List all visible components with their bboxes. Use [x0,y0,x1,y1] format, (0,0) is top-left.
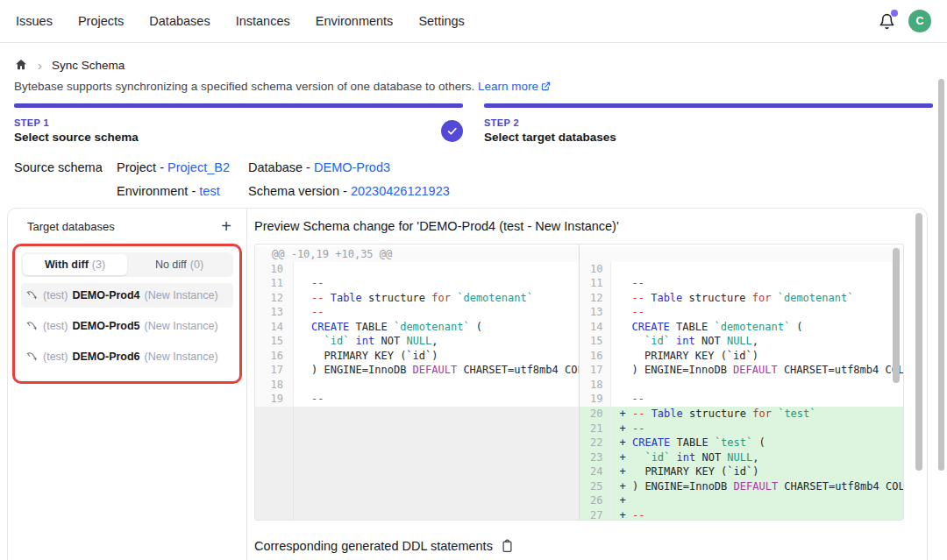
learn-more-link[interactable]: Learn more [478,80,551,93]
diff-line: 14CREATE TABLE `demotenant` ( [255,320,579,335]
diff-line: 19-- [255,392,579,407]
step-2-title: Select target databases [484,131,616,144]
diff-scrollbar-thumb[interactable] [893,248,900,383]
avatar[interactable]: C [908,10,931,32]
mysql-icon [26,351,39,363]
diff-line: 12-- Table structure for `demotenant` [255,291,579,306]
clipboard-icon [501,539,514,553]
preview-panel: Preview Schema change for 'DEMO-Prod4 (t… [247,209,927,560]
add-target-database-button[interactable]: + [221,217,231,235]
diff-line: 20+ -- Table structure for `test` [580,407,904,422]
notification-dot [891,10,898,17]
source-field-environment: Environment - test [117,184,248,198]
diff-line: 11-- [255,276,579,291]
main-card: Target databases + With diff(3) No diff(… [7,208,928,560]
step-indicator: STEP 1 Select source schema STEP 2 Selec… [14,103,933,144]
selection-highlight-box: With diff(3) No diff(0) (test)DEMO-Prod4… [12,244,242,384]
diff-line: 19-- [580,392,904,407]
home-icon[interactable] [14,58,28,72]
page-scrollbar-thumb[interactable] [938,79,944,471]
diff-empty-filler [255,407,579,520]
db-name: DEMO-Prod4 [72,289,139,301]
schema-version-link[interactable]: 20230426121923 [351,184,450,198]
diff-line: 18 [255,378,579,393]
ddl-title: Corresponding generated DDL statements [254,539,493,553]
preview-title: Preview Schema change for 'DEMO-Prod4 (t… [254,219,927,233]
diff-line: 14CREATE TABLE `demotenant` ( [580,320,904,335]
source-field-database: Database - DEMO-Prod3 [248,160,450,174]
db-environment: (test) [43,320,68,332]
db-environment: (test) [43,289,68,301]
breadcrumb: › Sync Schema [14,58,933,72]
diff-line: 26+ [580,493,904,508]
source-field-schema-version: Schema version - 20230426121923 [248,184,450,198]
nav-item-instances[interactable]: Instances [236,14,290,28]
db-environment: (test) [43,351,68,363]
project-link[interactable]: Project_B2 [167,160,230,174]
external-link-icon [541,82,551,91]
check-icon [446,125,458,137]
nav-item-databases[interactable]: Databases [149,14,210,28]
diff-hunk-header [580,247,904,262]
source-schema-summary: Source schema Project - Project_B2 Datab… [14,160,933,198]
diff-line: 27+ -- [580,508,904,520]
step-1-bar [14,103,463,108]
nav-item-projects[interactable]: Projects [78,14,124,28]
diff-line: 17) ENGINE=InnoDB DEFAULT CHARSET=utf8mb… [255,363,579,378]
diff-line: 18 [580,378,904,393]
step-1-label: STEP 1 [14,117,139,128]
tab-no-diff[interactable]: No diff(0) [127,254,231,275]
diff-line: 10 [580,262,904,277]
diff-line: 13-- [255,305,579,320]
diff-pane-modified: 1011--12-- Table structure for `demotena… [580,245,904,520]
diff-line: 15 `id` int NOT NULL, [255,334,579,349]
diff-filter-tabs: With diff(3) No diff(0) [21,252,233,277]
notifications-button[interactable] [877,11,896,31]
step-2: STEP 2 Select target databases [484,103,933,144]
database-link[interactable]: DEMO-Prod3 [314,160,390,174]
target-databases-panel: Target databases + With diff(3) No diff(… [8,209,247,560]
nav-item-settings[interactable]: Settings [418,14,464,28]
target-databases-title: Target databases [27,220,115,233]
diff-pane-original: @@ -10,19 +10,35 @@1011--12-- Table stru… [255,245,580,520]
schema-diff-editor: @@ -10,19 +10,35 @@1011--12-- Table stru… [254,244,904,521]
tab-with-diff[interactable]: With diff(3) [23,254,127,275]
intro-text: Bytebase supports synchronizing a specif… [14,80,933,93]
diff-line: 13-- [580,305,904,320]
navbar-right: C [877,10,931,32]
diff-line: 21+ -- [580,422,904,436]
chevron-right-icon: › [38,59,42,72]
nav-item-issues[interactable]: Issues [16,14,53,28]
mysql-icon [26,290,39,301]
diff-hunk-header: @@ -10,19 +10,35 @@ [255,247,579,262]
step-1-completed-badge [441,120,463,142]
mysql-icon [26,321,39,332]
step-1: STEP 1 Select source schema [14,103,463,144]
diff-line: 15 `id` int NOT NULL, [580,334,904,349]
copy-ddl-button[interactable] [501,539,514,553]
target-database-list: (test)DEMO-Prod4(New Instance)(test)DEMO… [21,283,233,369]
main-nav: IssuesProjectsDatabasesInstancesEnvironm… [16,14,465,28]
page-title: Sync Schema [52,59,125,72]
intro-description: Bytebase supports synchronizing a specif… [14,80,474,93]
step-1-title: Select source schema [14,131,139,144]
top-navbar: IssuesProjectsDatabasesInstancesEnvironm… [0,0,947,43]
source-field-project: Project - Project_B2 [117,160,248,174]
target-database-item[interactable]: (test)DEMO-Prod5(New Instance) [21,314,233,338]
diff-line: 12-- Table structure for `demotenant` [580,291,904,306]
environment-link[interactable]: test [199,184,219,198]
diff-line: 25+ ) ENGINE=InnoDB DEFAULT CHARSET=utf8… [580,479,904,494]
nav-item-environments[interactable]: Environments [316,14,394,28]
step-2-label: STEP 2 [484,117,616,128]
target-database-item[interactable]: (test)DEMO-Prod6(New Instance) [21,344,233,369]
target-database-item[interactable]: (test)DEMO-Prod4(New Instance) [21,283,233,308]
step-2-bar [484,103,933,108]
diff-line: 17) ENGINE=InnoDB DEFAULT CHARSET=utf8mb… [580,363,904,378]
source-schema-label: Source schema [14,160,117,198]
preview-scrollbar-thumb[interactable] [915,213,922,471]
diff-line: 23+ `id` int NOT NULL, [580,450,904,465]
diff-line: 16 PRIMARY KEY (`id`) [255,349,579,364]
diff-line: 16 PRIMARY KEY (`id`) [580,349,904,364]
sync-schema-page: IssuesProjectsDatabasesInstancesEnvironm… [0,0,947,560]
db-name: DEMO-Prod6 [72,351,139,363]
